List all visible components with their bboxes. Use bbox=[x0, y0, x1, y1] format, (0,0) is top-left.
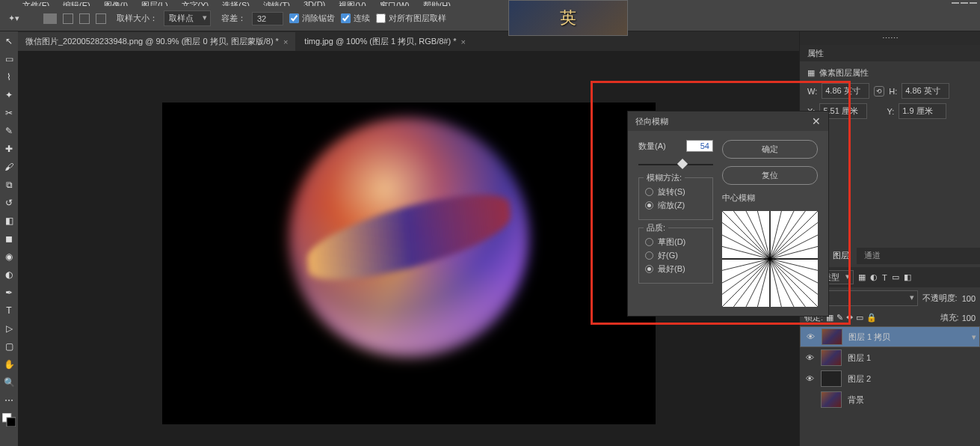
filter-smart-icon[interactable]: ◧ bbox=[904, 272, 911, 282]
properties-tab[interactable]: 属性 bbox=[800, 45, 980, 61]
crop-tool-icon[interactable]: ✂ bbox=[1, 106, 16, 120]
svg-line-12 bbox=[770, 235, 818, 259]
method-zoom-radio[interactable]: 缩放(Z) bbox=[645, 200, 706, 211]
panel-grip[interactable]: ⋯⋯ bbox=[800, 31, 980, 45]
selection-mode-add-icon[interactable] bbox=[63, 13, 73, 24]
filter-shape-icon[interactable]: ▭ bbox=[892, 272, 899, 282]
visibility-icon[interactable]: 👁 bbox=[804, 353, 815, 362]
menu-item[interactable]: 图像(I) bbox=[104, 0, 128, 6]
menu-item[interactable]: 编辑(E) bbox=[63, 0, 90, 6]
brush-tool-icon[interactable]: 🖌 bbox=[1, 160, 16, 174]
history-brush-icon[interactable]: ↺ bbox=[1, 196, 16, 210]
svg-line-32 bbox=[722, 235, 770, 259]
lock-all-icon[interactable]: 🔒 bbox=[866, 313, 877, 323]
menu-item[interactable]: 视图(V) bbox=[339, 0, 366, 6]
pen-tool-icon[interactable]: ✒ bbox=[1, 286, 16, 299]
svg-line-2 bbox=[722, 211, 770, 259]
sample-size-select[interactable]: 取样点 bbox=[164, 10, 211, 26]
menubar: 文件(F) 编辑(E) 图像(I) 图层(L) 文字(Y) 选择(S) 滤镜(T… bbox=[0, 0, 980, 6]
wand-tool-icon[interactable]: ✦ bbox=[1, 88, 16, 102]
selection-mode-intersect-icon[interactable] bbox=[96, 13, 106, 24]
menu-item[interactable]: 滤镜(T) bbox=[263, 0, 290, 6]
layer-row[interactable]: 👁 图层 2 bbox=[800, 368, 980, 389]
reset-button[interactable]: 复位 bbox=[722, 166, 818, 185]
lock-artboard-icon[interactable]: ✥ bbox=[846, 313, 853, 323]
eyedropper-tool-icon[interactable]: ✎ bbox=[1, 124, 16, 138]
svg-line-3 bbox=[733, 211, 770, 259]
menu-item[interactable]: 图层(L) bbox=[141, 0, 167, 6]
lock-position-icon[interactable]: ✎ bbox=[836, 313, 843, 323]
lock-nest-icon[interactable]: ▭ bbox=[856, 313, 863, 323]
opacity-value[interactable]: 100 bbox=[962, 294, 976, 303]
blur-center-preview[interactable] bbox=[722, 211, 818, 307]
svg-line-23 bbox=[757, 259, 770, 307]
layer-row[interactable]: 👁 图层 1 bbox=[800, 347, 980, 368]
more-tool-icon[interactable]: ⋯ bbox=[1, 394, 16, 407]
path-tool-icon[interactable]: ▷ bbox=[1, 322, 16, 335]
height-input[interactable]: 4.86 英寸 bbox=[902, 83, 949, 99]
visibility-icon[interactable]: 👁 bbox=[805, 332, 816, 341]
selection-mode-subtract-icon[interactable] bbox=[79, 13, 90, 24]
quality-good-radio[interactable]: 好(G) bbox=[645, 250, 706, 261]
width-input[interactable]: 4.86 英寸 bbox=[822, 83, 869, 99]
layer-row[interactable]: 👁 图层 1 拷贝 bbox=[800, 326, 980, 347]
quality-draft-radio[interactable]: 草图(D) bbox=[645, 236, 706, 248]
type-tool-icon[interactable]: T bbox=[1, 304, 16, 317]
menu-item[interactable]: 选择(S) bbox=[222, 0, 250, 6]
eraser-tool-icon[interactable]: ◧ bbox=[1, 214, 16, 227]
selection-mode-new-icon[interactable] bbox=[43, 13, 57, 24]
tab-channels[interactable]: 通道 bbox=[857, 247, 888, 264]
window-controls[interactable] bbox=[943, 0, 980, 6]
contiguous-checkbox[interactable]: 连续 bbox=[341, 13, 370, 24]
filter-adjust-icon[interactable]: ◐ bbox=[870, 272, 878, 282]
canvas[interactable] bbox=[162, 103, 656, 424]
amount-input[interactable]: 54 bbox=[686, 140, 713, 152]
layer-name[interactable]: 图层 1 bbox=[848, 352, 871, 364]
tolerance-input[interactable]: 32 bbox=[252, 12, 283, 25]
menu-item[interactable]: 3D(D) bbox=[303, 0, 325, 6]
lasso-tool-icon[interactable]: ⌇ bbox=[1, 70, 16, 84]
move-tool-icon[interactable]: ↖ bbox=[1, 34, 16, 48]
filter-type-icon[interactable]: T bbox=[882, 273, 887, 282]
dodge-tool-icon[interactable]: ◐ bbox=[1, 268, 16, 281]
close-icon[interactable]: × bbox=[283, 37, 288, 46]
ok-button[interactable]: 确定 bbox=[722, 140, 818, 159]
zoom-tool-icon[interactable]: 🔍 bbox=[1, 376, 16, 389]
y-input[interactable]: 1.9 厘米 bbox=[899, 103, 946, 119]
close-icon[interactable]: × bbox=[460, 37, 465, 46]
menu-item[interactable]: 文字(Y) bbox=[182, 0, 209, 6]
layer-name[interactable]: 图层 2 bbox=[848, 373, 871, 385]
menu-item[interactable]: 帮助(H) bbox=[423, 0, 451, 6]
filter-pixel-icon[interactable]: ▦ bbox=[858, 272, 866, 282]
method-spin-radio[interactable]: 旋转(S) bbox=[645, 186, 706, 198]
magic-wand-icon[interactable]: ✦▾ bbox=[6, 11, 21, 26]
layer-name[interactable]: 图层 1 拷贝 bbox=[848, 332, 890, 343]
marquee-tool-icon[interactable]: ▭ bbox=[1, 52, 16, 66]
visibility-icon[interactable]: 👁 bbox=[804, 374, 815, 383]
y-label: Y: bbox=[887, 107, 894, 116]
svg-line-4 bbox=[746, 211, 770, 259]
menu-item[interactable]: 文件(F) bbox=[22, 0, 49, 6]
amount-slider[interactable] bbox=[638, 159, 713, 170]
hand-tool-icon[interactable]: ✋ bbox=[1, 358, 16, 371]
gradient-tool-icon[interactable]: ◼ bbox=[1, 232, 16, 245]
fg-bg-swatch[interactable] bbox=[1, 412, 16, 428]
antialias-checkbox[interactable]: 消除锯齿 bbox=[289, 13, 335, 24]
heal-tool-icon[interactable]: ✚ bbox=[1, 142, 16, 156]
quality-best-radio[interactable]: 最好(B) bbox=[645, 263, 706, 275]
link-wh-icon[interactable]: ⟲ bbox=[874, 86, 884, 97]
tab-layers[interactable]: 图层 bbox=[825, 247, 857, 264]
stamp-tool-icon[interactable]: ⧉ bbox=[1, 178, 16, 192]
shape-tool-icon[interactable]: ▢ bbox=[1, 340, 16, 353]
layer-row[interactable]: 背景 bbox=[800, 389, 980, 410]
quality-label: 品质: bbox=[644, 222, 668, 233]
svg-line-20 bbox=[770, 259, 794, 307]
all-layers-checkbox[interactable]: 对所有图层取样 bbox=[376, 13, 446, 24]
document-tab[interactable]: timg.jpg @ 100% (图层 1 拷贝, RGB/8#) *× bbox=[297, 32, 473, 51]
fill-value[interactable]: 100 bbox=[962, 314, 976, 323]
menu-item[interactable]: 窗口(W) bbox=[380, 0, 410, 6]
document-tab[interactable]: 微信图片_20200528233948.png @ 90.9% (图层 0 拷贝… bbox=[18, 32, 295, 51]
blur-tool-icon[interactable]: ◉ bbox=[1, 250, 16, 263]
layer-name[interactable]: 背景 bbox=[848, 394, 864, 406]
close-icon[interactable]: ✕ bbox=[812, 115, 821, 127]
